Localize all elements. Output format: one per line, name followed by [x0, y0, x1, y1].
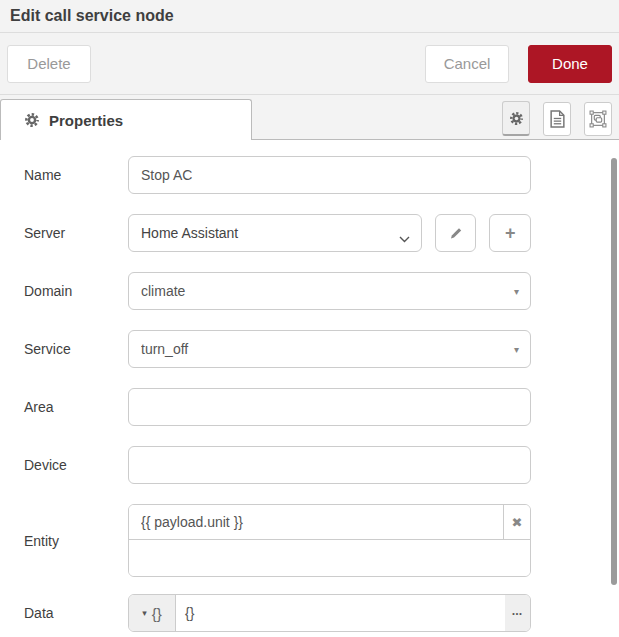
domain-input[interactable]	[128, 272, 531, 310]
device-row: Device	[0, 446, 619, 484]
data-typed-input: ▾ {} {} •••	[128, 594, 531, 632]
entity-list-item: ✖	[129, 505, 530, 540]
json-type-icon: {}	[152, 605, 162, 622]
tab-properties-label: Properties	[49, 112, 123, 129]
dialog-title: Edit call service node	[10, 7, 174, 25]
delete-button[interactable]: Delete	[7, 45, 91, 83]
properties-tab-button[interactable]	[502, 101, 530, 136]
close-icon: ✖	[512, 515, 523, 530]
scrollbar-thumb[interactable]	[611, 158, 617, 585]
gear-icon	[509, 111, 524, 126]
description-tab-button[interactable]	[543, 102, 571, 136]
server-select-value: Home Assistant	[141, 225, 238, 241]
plus-icon: +	[505, 223, 516, 244]
tab-properties[interactable]: Properties	[0, 99, 252, 140]
data-row: Data ▾ {} {} •••	[0, 594, 619, 632]
server-select[interactable]: Home Assistant	[128, 214, 422, 252]
entity-list: ✖	[128, 504, 531, 577]
editor-tab-buttons	[502, 101, 612, 136]
pencil-icon	[449, 226, 463, 240]
chevron-down-icon	[399, 230, 410, 246]
area-row: Area	[0, 388, 619, 426]
add-server-button[interactable]: +	[489, 214, 531, 252]
data-value[interactable]: {}	[176, 595, 505, 631]
caret-down-icon: ▾	[142, 608, 147, 618]
service-input[interactable]	[128, 330, 531, 368]
entity-row: Entity ✖	[0, 504, 619, 577]
server-label: Server	[0, 225, 128, 241]
button-bar: Delete Cancel Done	[0, 33, 619, 95]
name-input[interactable]	[128, 156, 531, 194]
tab-bar: Properties	[0, 95, 619, 140]
area-input[interactable]	[128, 388, 531, 426]
properties-form: Name Server Home Assistant	[0, 140, 619, 632]
done-button[interactable]: Done	[528, 45, 612, 83]
service-row: Service ▾	[0, 330, 619, 368]
entity-label: Entity	[0, 533, 128, 549]
name-row: Name	[0, 156, 619, 194]
domain-label: Domain	[0, 283, 128, 299]
entity-input[interactable]	[129, 505, 503, 539]
data-type-select[interactable]: ▾ {}	[129, 595, 176, 631]
name-label: Name	[0, 167, 128, 183]
server-row: Server Home Assistant +	[0, 214, 619, 252]
appearance-tab-button[interactable]	[584, 102, 612, 136]
cancel-button[interactable]: Cancel	[425, 45, 509, 83]
device-input[interactable]	[128, 446, 531, 484]
document-icon	[550, 110, 565, 128]
appearance-icon	[589, 110, 607, 128]
service-label: Service	[0, 341, 128, 357]
device-label: Device	[0, 457, 128, 473]
expand-editor-button[interactable]: •••	[505, 595, 530, 631]
dialog-header: Edit call service node	[0, 0, 619, 33]
gear-icon	[24, 112, 40, 128]
area-label: Area	[0, 399, 128, 415]
data-label: Data	[0, 605, 128, 621]
edit-node-dialog: Edit call service node Delete Cancel Don…	[0, 0, 619, 637]
remove-entity-button[interactable]: ✖	[503, 505, 530, 539]
entity-list-empty-area[interactable]	[129, 540, 530, 576]
ellipsis-icon: •••	[512, 610, 522, 617]
edit-server-button[interactable]	[435, 214, 477, 252]
domain-row: Domain ▾	[0, 272, 619, 310]
